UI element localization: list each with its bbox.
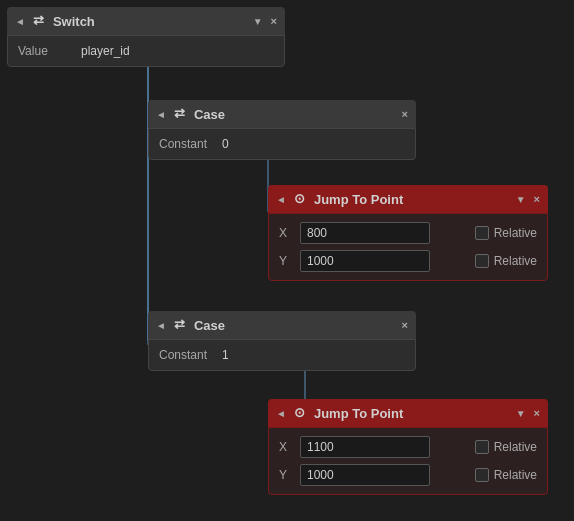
switch-value-field: player_id: [81, 44, 130, 58]
case-node-1-header[interactable]: ◄ ⇄ Case ×: [148, 100, 416, 128]
case1-constant-row: Constant 0: [159, 137, 405, 151]
case2-constant-row: Constant 1: [159, 348, 405, 362]
case2-icon: ⇄: [172, 317, 188, 333]
switch-node: ◄ ⇄ Switch ▼ × Value player_id: [7, 7, 285, 67]
case1-constant-label: Constant: [159, 137, 214, 151]
jump1-y-relative-checkbox[interactable]: [475, 254, 489, 268]
jump2-y-row: Y Relative: [279, 464, 537, 486]
switch-node-title: Switch: [53, 14, 95, 29]
jump2-dropdown-icon[interactable]: ▼: [516, 408, 526, 419]
jump2-y-relative-label: Relative: [494, 468, 537, 482]
switch-dropdown-icon[interactable]: ▼: [253, 16, 263, 27]
switch-node-body: Value player_id: [7, 35, 285, 67]
jump1-x-relative-group: Relative: [475, 226, 537, 240]
jump-node-2-title: Jump To Point: [314, 406, 403, 421]
case-node-1-body: Constant 0: [148, 128, 416, 160]
case1-collapse-icon[interactable]: ◄: [156, 109, 166, 120]
case1-close-icon[interactable]: ×: [402, 108, 408, 120]
jump2-x-row: X Relative: [279, 436, 537, 458]
jump1-dropdown-icon[interactable]: ▼: [516, 194, 526, 205]
jump1-x-relative-label: Relative: [494, 226, 537, 240]
switch-close-icon[interactable]: ×: [271, 15, 277, 27]
case-node-2-header[interactable]: ◄ ⇄ Case ×: [148, 311, 416, 339]
jump-node-1-body: X Relative Y Relative: [268, 213, 548, 281]
jump2-x-label: X: [279, 440, 294, 454]
case-node-1: ◄ ⇄ Case × Constant 0: [148, 100, 416, 160]
jump1-x-row: X Relative: [279, 222, 537, 244]
jump-node-2-body: X Relative Y Relative: [268, 427, 548, 495]
switch-icon: ⇄: [31, 13, 47, 29]
case1-icon: ⇄: [172, 106, 188, 122]
jump2-collapse-icon[interactable]: ◄: [276, 408, 286, 419]
case-node-2-body: Constant 1: [148, 339, 416, 371]
jump1-y-row: Y Relative: [279, 250, 537, 272]
jump1-y-label: Y: [279, 254, 294, 268]
jump-node-1: ◄ ⊙ Jump To Point ▼ × X Relative Y Relat…: [268, 185, 548, 281]
case2-close-icon[interactable]: ×: [402, 319, 408, 331]
switch-node-header[interactable]: ◄ ⇄ Switch ▼ ×: [7, 7, 285, 35]
jump-node-1-header[interactable]: ◄ ⊙ Jump To Point ▼ ×: [268, 185, 548, 213]
switch-value-label: Value: [18, 44, 73, 58]
jump2-x-relative-checkbox[interactable]: [475, 440, 489, 454]
jump2-x-input[interactable]: [300, 436, 430, 458]
jump2-y-label: Y: [279, 468, 294, 482]
jump2-y-relative-group: Relative: [475, 468, 537, 482]
jump2-icon: ⊙: [292, 405, 308, 421]
case2-constant-label: Constant: [159, 348, 214, 362]
jump1-x-relative-checkbox[interactable]: [475, 226, 489, 240]
switch-value-row: Value player_id: [18, 44, 274, 58]
case-node-2-title: Case: [194, 318, 225, 333]
jump1-collapse-icon[interactable]: ◄: [276, 194, 286, 205]
jump-node-2: ◄ ⊙ Jump To Point ▼ × X Relative Y Relat…: [268, 399, 548, 495]
case2-constant-value: 1: [222, 348, 229, 362]
collapse-icon[interactable]: ◄: [15, 16, 25, 27]
jump1-y-relative-group: Relative: [475, 254, 537, 268]
jump2-x-relative-group: Relative: [475, 440, 537, 454]
case-node-2: ◄ ⇄ Case × Constant 1: [148, 311, 416, 371]
case-node-1-title: Case: [194, 107, 225, 122]
jump1-y-relative-label: Relative: [494, 254, 537, 268]
jump-node-2-header[interactable]: ◄ ⊙ Jump To Point ▼ ×: [268, 399, 548, 427]
jump1-x-input[interactable]: [300, 222, 430, 244]
jump1-y-input[interactable]: [300, 250, 430, 272]
jump2-y-input[interactable]: [300, 464, 430, 486]
jump1-x-label: X: [279, 226, 294, 240]
case1-constant-value: 0: [222, 137, 229, 151]
jump2-x-relative-label: Relative: [494, 440, 537, 454]
case2-collapse-icon[interactable]: ◄: [156, 320, 166, 331]
jump2-y-relative-checkbox[interactable]: [475, 468, 489, 482]
jump1-close-icon[interactable]: ×: [534, 193, 540, 205]
jump1-icon: ⊙: [292, 191, 308, 207]
jump2-close-icon[interactable]: ×: [534, 407, 540, 419]
jump-node-1-title: Jump To Point: [314, 192, 403, 207]
